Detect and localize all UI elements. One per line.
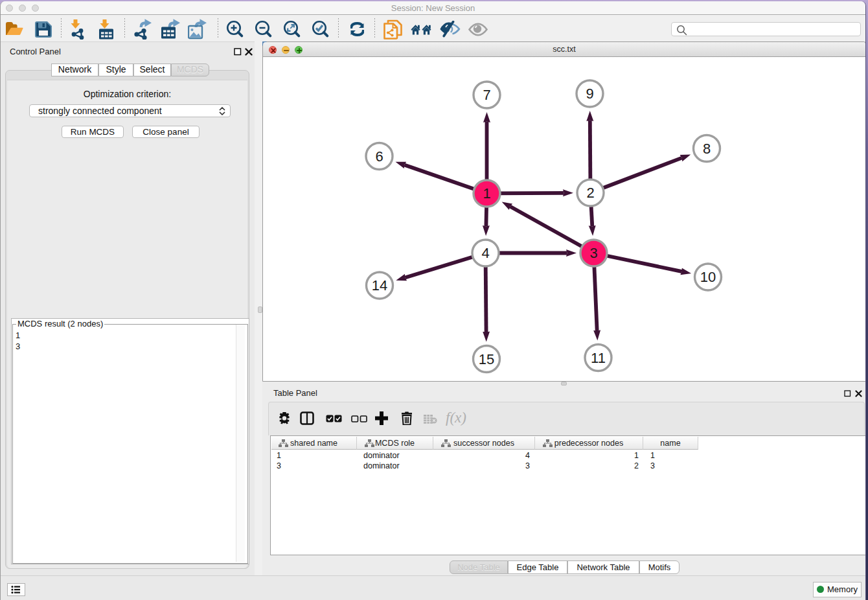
svg-text:10: 10 [700, 269, 716, 285]
svg-text:3: 3 [589, 245, 597, 261]
svg-text:9: 9 [586, 86, 593, 102]
svg-text:4: 4 [481, 245, 489, 261]
svg-text:6: 6 [375, 148, 383, 165]
svg-text:8: 8 [703, 141, 711, 157]
svg-text:11: 11 [591, 350, 606, 366]
svg-text:1: 1 [483, 185, 490, 202]
svg-text:2: 2 [586, 185, 594, 201]
svg-text:15: 15 [479, 351, 494, 367]
svg-text:7: 7 [483, 87, 490, 103]
svg-text:14: 14 [372, 277, 387, 294]
